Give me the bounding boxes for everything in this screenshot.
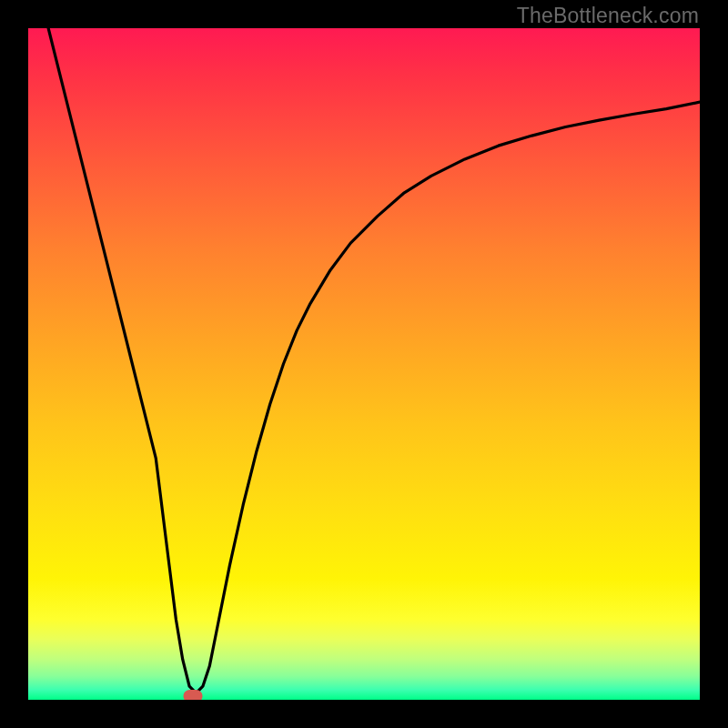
minimum-marker — [183, 690, 202, 700]
bottleneck-curve — [28, 28, 700, 700]
watermark-text: TheBottleneck.com — [517, 4, 699, 28]
chart-frame: TheBottleneck.com — [0, 0, 728, 728]
plot-area — [28, 28, 700, 700]
